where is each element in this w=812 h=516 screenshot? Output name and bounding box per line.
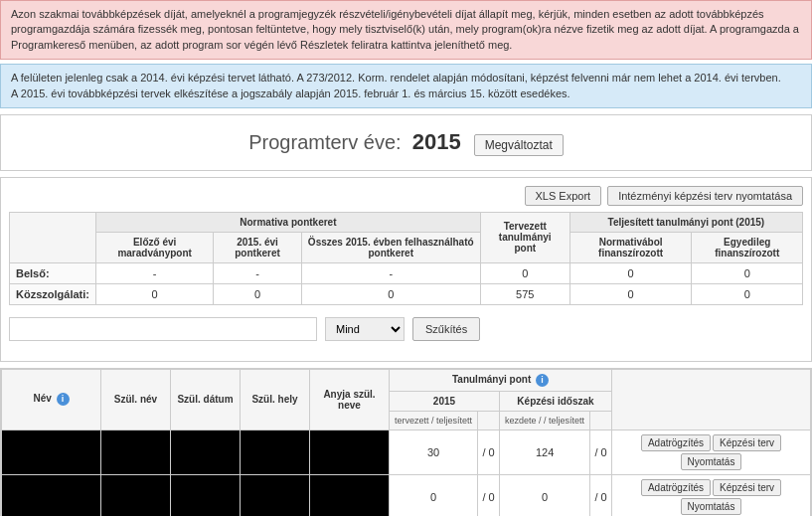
normativa-fin-header: Normativábol finanszírozott xyxy=(569,232,692,262)
filter-select[interactable]: Mind xyxy=(325,317,405,341)
nev-cell xyxy=(2,430,101,474)
filter-section: Mind Szűkítés xyxy=(9,313,803,345)
adatrögzítés-button[interactable]: Adatrögzítés xyxy=(641,479,711,496)
szukites-button[interactable]: Szűkítés xyxy=(412,317,480,341)
pts-2015-a: 0 xyxy=(390,474,478,516)
pts-kepzesi-a: 0 xyxy=(499,474,589,516)
nev-info-icon[interactable]: i xyxy=(57,393,70,406)
summary-table-section: XLS Export Intézményi képzési terv nyomt… xyxy=(0,177,812,362)
szul_nev-cell xyxy=(101,474,171,516)
table-row: Közszolgálati: 0 0 0 575 0 0 xyxy=(10,283,803,304)
belsoo-tervezett: 0 xyxy=(480,262,569,283)
warning-text: Azon szakmai továbbképzések díját, amely… xyxy=(11,8,799,51)
program-year-value: 2015 xyxy=(412,129,461,154)
szul-datum-header: Szül. dátum xyxy=(171,369,241,430)
kozszolgalati-normativa: 0 xyxy=(569,283,692,304)
tervezett-header: Tervezett tanulmányi pont xyxy=(480,212,569,262)
allpts-header: Összes 2015. évben felhasználható pontke… xyxy=(301,232,480,262)
sub-2015-teljesitett xyxy=(478,411,500,430)
kozszolgalati-tervezett: 575 xyxy=(480,283,569,304)
actions-cell: AdatrögzítésKépzési tervNyomtatás xyxy=(612,430,811,474)
szul_hely-cell xyxy=(241,474,310,516)
adatrögzítés-button[interactable]: Adatrögzítés xyxy=(641,434,711,451)
kozszolgalati-prev: 0 xyxy=(95,283,213,304)
data-table-row: 30/ 0124/ 0AdatrögzítésKépzési tervNyomt… xyxy=(2,430,811,474)
info-line1: A felületen jelenleg csak a 2014. évi ké… xyxy=(11,71,801,86)
info-box: A felületen jelenleg csak a 2014. évi ké… xyxy=(0,64,812,108)
teljesitett-header: Teljesített tanulmányi pont (2015) xyxy=(569,212,802,232)
belsoo-all: - xyxy=(301,262,480,283)
xls-export-button[interactable]: XLS Export xyxy=(525,186,602,206)
col-empty xyxy=(10,212,96,262)
szul-hely-header: Szül. hely xyxy=(241,369,310,430)
belsoo-2015: - xyxy=(214,262,301,283)
kozszolgalati-all: 0 xyxy=(301,283,480,304)
data-table-row: 0/ 00/ 0AdatrögzítésKépzési tervNyomtatá… xyxy=(2,474,811,516)
anyja_nev-cell xyxy=(310,474,390,516)
pts-kepzesi-a: 124 xyxy=(499,430,589,474)
képzési-terv-button[interactable]: Képzési terv xyxy=(713,479,781,496)
table-row: Belső: - - - 0 0 0 xyxy=(10,262,803,283)
sub-2015-tervezett: tervezett / teljesített xyxy=(390,411,478,430)
filter-input[interactable] xyxy=(9,317,317,341)
egyedileg-fin-header: Egyedileg finanszírozott xyxy=(692,232,803,262)
nev-header: Név i xyxy=(2,369,101,430)
data-table: Név i Szül. név Szül. dátum Szül. hely A… xyxy=(1,369,811,516)
info-line2: A 2015. évi továbbképzési tervek elkészí… xyxy=(11,86,801,101)
normativa-header: Normativa pontkeret xyxy=(95,212,480,232)
print-button[interactable]: Intézményi képzési terv nyomtatása xyxy=(607,186,803,206)
pts-kepzesi-b: / 0 xyxy=(590,474,612,516)
sub-kepzesi-teljesitett xyxy=(590,411,612,430)
sub-kepzesi-kezdet: kezdete / / teljesített xyxy=(499,411,589,430)
pts-2015-sep: / 0 xyxy=(478,474,500,516)
kozszolgalati-egyedileg: 0 xyxy=(692,283,803,304)
nev-cell xyxy=(2,474,101,516)
megvaltoztat-button[interactable]: Megváltoztat xyxy=(474,134,564,156)
kozszolgalati-label: Közszolgálati: xyxy=(10,283,96,304)
pts-2015-sep: / 0 xyxy=(478,430,500,474)
pts-2015-a: 30 xyxy=(390,430,478,474)
belsoo-prev: - xyxy=(95,262,213,283)
kozszolgalati-2015: 0 xyxy=(214,283,301,304)
tanulmany-pont-header: Tanulmányi pont i xyxy=(390,369,612,391)
szul_datum-cell xyxy=(171,474,241,516)
szul-nev-header: Szül. név xyxy=(101,369,171,430)
tanulmany-info-icon[interactable]: i xyxy=(536,374,549,387)
anyja-nev-header: Anyja szül. neve xyxy=(310,369,390,430)
belsoo-normativa: 0 xyxy=(569,262,692,283)
szul_hely-cell xyxy=(241,430,310,474)
pts-kepzesi-b: / 0 xyxy=(590,430,612,474)
top-buttons-row: XLS Export Intézményi képzési terv nyomt… xyxy=(9,186,803,206)
year-2015-header: 2015 xyxy=(390,391,500,411)
pts2015-header: 2015. évi pontkeret xyxy=(214,232,301,262)
nyomtatás-button[interactable]: Nyomtatás xyxy=(681,498,742,515)
program-year-label: Programterv éve: xyxy=(248,131,401,154)
anyja_nev-cell xyxy=(310,430,390,474)
kepzesi-header: Képzési időszak xyxy=(499,391,611,411)
szul_datum-cell xyxy=(171,430,241,474)
summary-table: Normativa pontkeret Tervezett tanulmányi… xyxy=(9,212,803,305)
belsoo-label: Belső: xyxy=(10,262,96,283)
nyomtatás-button[interactable]: Nyomtatás xyxy=(681,453,742,470)
prev-header: Előző évi maradványpont xyxy=(95,232,213,262)
actions-header xyxy=(612,369,811,430)
képzési-terv-button[interactable]: Képzési terv xyxy=(713,434,781,451)
actions-cell: AdatrögzítésKépzési tervNyomtatás xyxy=(612,474,811,516)
szul_nev-cell xyxy=(101,430,171,474)
warning-box: Azon szakmai továbbképzések díját, amely… xyxy=(0,0,812,60)
program-year-section: Programterv éve: 2015 Megváltoztat xyxy=(0,114,812,171)
data-table-section: Név i Szül. név Szül. dátum Szül. hely A… xyxy=(0,368,812,516)
belsoo-egyedileg: 0 xyxy=(692,262,803,283)
